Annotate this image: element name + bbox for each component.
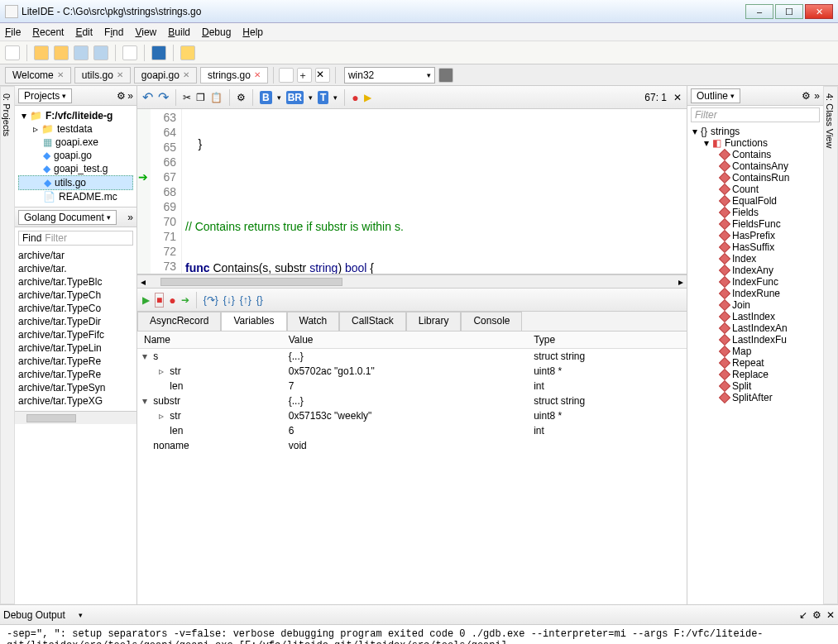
key-icon[interactable] xyxy=(180,45,195,60)
add-tab-icon[interactable]: ＋ xyxy=(297,68,312,83)
list-icon[interactable] xyxy=(279,68,294,83)
outline-dropdown[interactable]: Outline▾ xyxy=(691,88,740,103)
expand-icon[interactable]: » xyxy=(814,90,820,102)
debug-continue-icon[interactable]: ➔ xyxy=(181,294,189,306)
outline-fn[interactable]: Map xyxy=(692,346,818,357)
outline-fn[interactable]: LastIndex xyxy=(692,311,818,322)
outline-fn[interactable]: SplitAfter xyxy=(692,392,818,403)
gear-icon[interactable]: ⚙ xyxy=(117,90,126,102)
outline-fn[interactable]: IndexFunc xyxy=(692,276,818,288)
var-row[interactable]: nonamevoid xyxy=(137,438,687,453)
close-panel-icon[interactable]: ✕ xyxy=(826,609,835,621)
var-row[interactable]: ▾ substr{...}struct string xyxy=(137,394,687,408)
build-icon[interactable]: B xyxy=(260,91,272,104)
target-icon[interactable] xyxy=(438,68,453,83)
outline-fn[interactable]: HasSuffix xyxy=(692,241,818,253)
copy-icon[interactable]: ❐ xyxy=(196,92,205,103)
tab-welcome[interactable]: Welcome✕ xyxy=(5,67,71,83)
doc-list[interactable]: archive/tar archive/tar. archive/tar.Typ… xyxy=(15,249,136,411)
menu-view[interactable]: View xyxy=(135,26,156,38)
expand-icon[interactable]: » xyxy=(127,212,133,223)
save-icon[interactable] xyxy=(74,45,89,60)
maximize-button[interactable]: ☐ xyxy=(775,4,803,19)
tab-library[interactable]: Library xyxy=(406,312,462,331)
paste-icon[interactable]: 📋 xyxy=(210,92,223,103)
tab-goapi[interactable]: goapi.go✕ xyxy=(134,67,197,83)
undo-icon[interactable]: ↶ xyxy=(142,89,153,105)
var-row[interactable]: ▹ str0x5702ac "go1.0.1"uint8 * xyxy=(137,364,687,379)
menu-debug[interactable]: Debug xyxy=(202,26,231,38)
close-editor-icon[interactable]: ✕ xyxy=(673,92,682,103)
outline-fn[interactable]: ContainsRun xyxy=(692,172,818,184)
clear-icon[interactable]: ↙ xyxy=(799,609,807,621)
cut-icon[interactable]: ✂ xyxy=(183,92,191,103)
debug-run-icon[interactable]: ▶ xyxy=(142,294,150,306)
tab-asyncrecord[interactable]: AsyncRecord xyxy=(137,312,221,331)
var-row[interactable]: len6int xyxy=(137,423,687,438)
outline-fn[interactable]: ContainsAny xyxy=(692,160,818,172)
outline-fn[interactable]: IndexRune xyxy=(692,288,818,299)
outline-fn[interactable]: Count xyxy=(692,184,818,195)
debug-stop-icon[interactable]: ■ xyxy=(155,293,164,308)
outline-fn[interactable]: LastIndexAn xyxy=(692,322,818,334)
gear-icon[interactable]: ⚙ xyxy=(802,90,811,102)
outline-fn[interactable]: Replace xyxy=(692,369,818,380)
step-icon[interactable]: {} xyxy=(256,294,263,306)
menu-recent[interactable]: Recent xyxy=(32,26,64,38)
outline-filter[interactable]: Filter xyxy=(691,107,820,122)
menu-build[interactable]: Build xyxy=(168,26,190,38)
collapse-icon[interactable]: » xyxy=(127,90,133,102)
tab-utils[interactable]: utils.go✕ xyxy=(74,67,131,83)
target-select[interactable]: win32▾ xyxy=(344,67,435,83)
outline-fn[interactable]: Repeat xyxy=(692,357,818,369)
step-out-icon[interactable]: {↑} xyxy=(240,294,251,306)
menu-help[interactable]: Help xyxy=(242,26,263,38)
var-row[interactable]: ▾ s{...}struct string xyxy=(137,349,687,365)
menu-file[interactable]: File xyxy=(5,26,21,38)
debug-output[interactable]: -sep=", ": setup separators -v=false: ve… xyxy=(0,625,838,644)
outline-fn[interactable]: FieldsFunc xyxy=(692,218,818,230)
rail-projects[interactable]: 0: Projects xyxy=(0,92,13,599)
run-icon[interactable]: ▶ xyxy=(364,92,371,103)
redo-icon[interactable]: ↷ xyxy=(158,89,169,105)
menu-edit[interactable]: Edit xyxy=(75,26,93,38)
tab-variables[interactable]: Variables xyxy=(221,312,286,331)
close-tab-icon[interactable]: ✕ xyxy=(315,68,330,83)
tab-callstack[interactable]: CallStack xyxy=(339,312,406,331)
buildrun-icon[interactable]: BR xyxy=(286,91,304,104)
variables-view[interactable]: NameValueType ▾ s{...}struct string▹ str… xyxy=(137,332,687,604)
saveall-icon[interactable] xyxy=(93,45,108,60)
outline-fn[interactable]: HasPrefix xyxy=(692,230,818,241)
minimize-button[interactable]: – xyxy=(745,4,773,19)
tab-console[interactable]: Console xyxy=(461,312,522,331)
new-icon[interactable] xyxy=(5,45,20,60)
debug-break-icon[interactable]: ● xyxy=(169,293,175,307)
var-row[interactable]: len7int xyxy=(137,379,687,394)
open-icon[interactable] xyxy=(34,45,49,60)
open-folder-icon[interactable] xyxy=(54,45,69,60)
step-into-icon[interactable]: {↓} xyxy=(223,294,235,306)
outline-fn[interactable]: IndexAny xyxy=(692,265,818,276)
tab-strings[interactable]: strings.go✕ xyxy=(200,67,268,83)
gear-icon[interactable]: ⚙ xyxy=(812,609,821,621)
test-icon[interactable]: T xyxy=(318,91,328,104)
outline-fn[interactable]: LastIndexFu xyxy=(692,334,818,346)
menu-find[interactable]: Find xyxy=(104,26,123,38)
wizard-icon[interactable] xyxy=(122,45,137,60)
editor-hscroll[interactable]: ◂▸ xyxy=(137,274,687,288)
outline-tree[interactable]: ▾{}strings ▾◧Functions ContainsContainsA… xyxy=(687,124,823,405)
gear-icon[interactable]: ⚙ xyxy=(237,92,246,103)
projects-tree[interactable]: ▾📁F:/vfc/liteide-g ▹📁testdata ▦goapi.exe… xyxy=(15,106,136,207)
outline-fn[interactable]: Split xyxy=(692,380,818,392)
step-over-icon[interactable]: {↷} xyxy=(204,294,218,306)
projects-dropdown[interactable]: Projects▾ xyxy=(18,88,72,103)
golang-doc-dropdown[interactable]: Golang Document▾ xyxy=(18,210,117,225)
rail-class-view[interactable]: 4: Class View xyxy=(823,92,836,599)
outline-fn[interactable]: Contains xyxy=(692,149,818,160)
outline-fn[interactable]: Index xyxy=(692,253,818,265)
outline-fn[interactable]: EqualFold xyxy=(692,195,818,207)
outline-fn[interactable]: Fields xyxy=(692,207,818,218)
tab-watch[interactable]: Watch xyxy=(287,312,340,331)
code-editor[interactable]: ➔ 6364656667686970717273 } // Contains r… xyxy=(137,109,687,274)
doc-filter-input[interactable]: FindFilter xyxy=(18,231,133,246)
